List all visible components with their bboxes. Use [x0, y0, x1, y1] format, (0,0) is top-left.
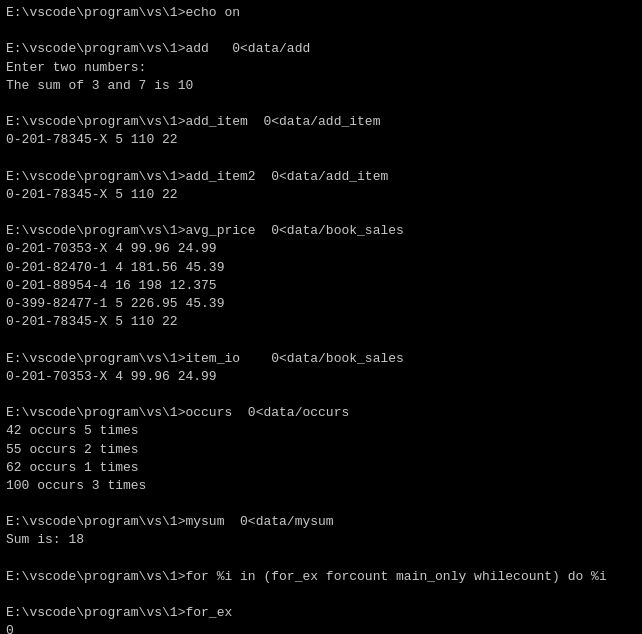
output-line: 100 occurs 3 times: [6, 477, 636, 495]
output-line: 0-399-82477-1 5 226.95 45.39: [6, 295, 636, 313]
prompt-line: E:\vscode\program\vs\1>mysum 0<data/mysu…: [6, 513, 636, 531]
output-line: Enter two numbers:: [6, 59, 636, 77]
output-line: The sum of 3 and 7 is 10: [6, 77, 636, 95]
output-line: 0-201-78345-X 5 110 22: [6, 186, 636, 204]
prompt-line: E:\vscode\program\vs\1>echo on: [6, 4, 636, 22]
prompt-line: E:\vscode\program\vs\1>add_item2 0<data/…: [6, 168, 636, 186]
prompt-line: E:\vscode\program\vs\1>occurs 0<data/occ…: [6, 404, 636, 422]
output-line: 0-201-78345-X 5 110 22: [6, 313, 636, 331]
blank-line: [6, 95, 636, 113]
blank-line: [6, 495, 636, 513]
prompt-line: E:\vscode\program\vs\1>item_io 0<data/bo…: [6, 350, 636, 368]
blank-line: [6, 150, 636, 168]
output-line: 0-201-70353-X 4 99.96 24.99: [6, 368, 636, 386]
output-line: 0-201-78345-X 5 110 22: [6, 131, 636, 149]
prompt-line: E:\vscode\program\vs\1>for_ex: [6, 604, 636, 622]
blank-line: [6, 204, 636, 222]
output-line: 0-201-82470-1 4 181.56 45.39: [6, 259, 636, 277]
output-line: 0-201-88954-4 16 198 12.375: [6, 277, 636, 295]
output-line: 0: [6, 622, 636, 634]
output-line: 0-201-70353-X 4 99.96 24.99: [6, 240, 636, 258]
blank-line: [6, 586, 636, 604]
output-line: 55 occurs 2 times: [6, 441, 636, 459]
terminal-container: E:\vscode\program\vs\1>echo onE:\vscode\…: [6, 4, 636, 634]
blank-line: [6, 331, 636, 349]
prompt-line: E:\vscode\program\vs\1>add 0<data/add: [6, 40, 636, 58]
blank-line: [6, 22, 636, 40]
output-line: 42 occurs 5 times: [6, 422, 636, 440]
prompt-line: E:\vscode\program\vs\1>add_item 0<data/a…: [6, 113, 636, 131]
output-line: Sum is: 18: [6, 531, 636, 549]
blank-line: [6, 386, 636, 404]
prompt-line: E:\vscode\program\vs\1>avg_price 0<data/…: [6, 222, 636, 240]
blank-line: [6, 550, 636, 568]
output-line: 62 occurs 1 times: [6, 459, 636, 477]
prompt-line: E:\vscode\program\vs\1>for %i in (for_ex…: [6, 568, 636, 586]
